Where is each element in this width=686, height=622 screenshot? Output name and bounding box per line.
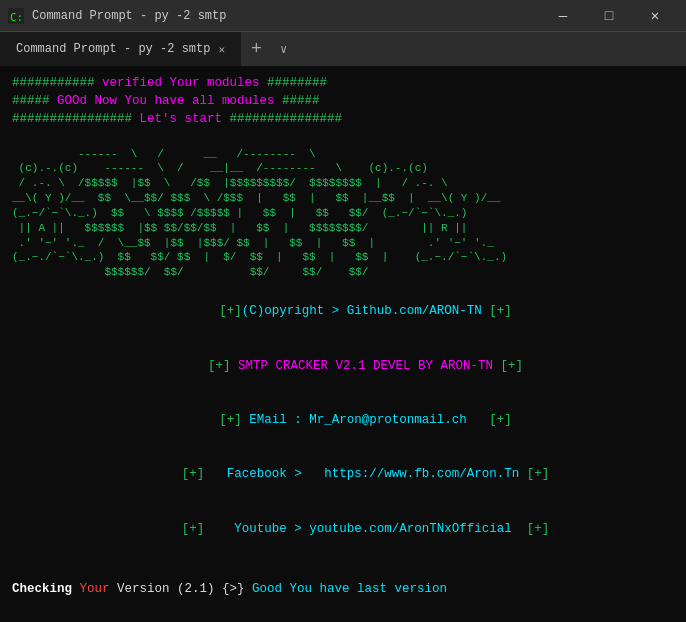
info-facebook: [+] Facebook > https://www.fb.com/Aron.T… <box>12 447 674 501</box>
checking-version-line: Checking Your Version (2.1) {>} Good You… <box>12 580 674 598</box>
terminal-output: ########### verified Your modules ######… <box>0 66 686 622</box>
minimize-button[interactable]: — <box>540 0 586 32</box>
header-line-1: ########### verified Your modules ######… <box>12 74 674 92</box>
svg-text:C:: C: <box>10 11 23 24</box>
maximize-button[interactable]: □ <box>586 0 632 32</box>
window-title: Command Prompt - py -2 smtp <box>32 9 540 23</box>
app-icon: C: <box>8 8 24 24</box>
new-tab-button[interactable]: + <box>241 39 272 59</box>
tab-bar: Command Prompt - py -2 smtp ✕ + ∨ <box>0 32 686 66</box>
tab-dropdown-button[interactable]: ∨ <box>272 42 295 57</box>
close-button[interactable]: ✕ <box>632 0 678 32</box>
titlebar: C: Command Prompt - py -2 smtp — □ ✕ <box>0 0 686 32</box>
info-smtp: [+] SMTP CRACKER V2.1 DEVEL BY ARON-TN [… <box>12 338 674 392</box>
active-tab[interactable]: Command Prompt - py -2 smtp ✕ <box>0 32 241 66</box>
header-line-3: ################ Let's start ###########… <box>12 110 674 128</box>
tab-label: Command Prompt - py -2 smtp <box>16 42 210 56</box>
info-email: [+] EMail : Mr_Aron@protonmail.ch [+] <box>12 393 674 447</box>
tab-close-button[interactable]: ✕ <box>218 43 225 56</box>
ascii-art: ------ \ / __ /-------- \ (c).-.(c) ----… <box>12 147 674 281</box>
window-controls: — □ ✕ <box>540 0 678 32</box>
header-line-2: ##### GOOd Now You have all modules ####… <box>12 92 674 110</box>
info-copyright: [+](C)opyright > Github.com/ARON-TN [+] <box>12 284 674 338</box>
info-youtube: [+] Youtube > youtube.com/AronTNxOfficia… <box>12 502 674 556</box>
window: C: Command Prompt - py -2 smtp — □ ✕ Com… <box>0 0 686 622</box>
